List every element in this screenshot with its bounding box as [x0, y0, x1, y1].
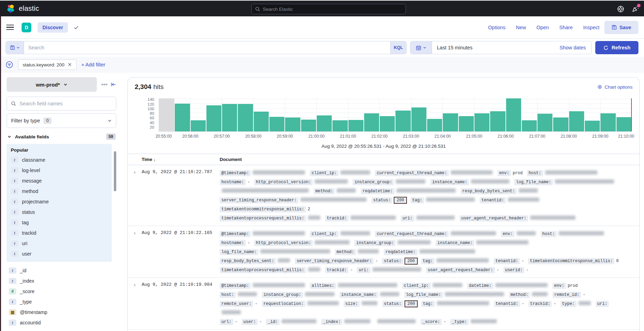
field-item-_index[interactable]: t_index: [7, 276, 116, 286]
field-value: -: [255, 301, 257, 306]
filter-menu-icon[interactable]: [6, 61, 13, 68]
histogram-bar[interactable]: [269, 98, 285, 131]
index-pattern-switcher[interactable]: wm-prod*: [7, 77, 97, 92]
newsfeed-icon[interactable]: [631, 5, 639, 13]
available-fields-header[interactable]: Available fields 59: [7, 134, 116, 140]
inspect-link[interactable]: Inspect: [583, 25, 599, 30]
histogram-bar[interactable]: [427, 98, 442, 131]
filter-by-type-button[interactable]: Filter by type 0: [7, 113, 116, 128]
breadcrumb-discover[interactable]: Discover: [38, 22, 68, 33]
field-item-uri[interactable]: turi: [9, 238, 112, 249]
open-link[interactable]: Open: [536, 25, 549, 30]
field-name: user: [22, 251, 31, 257]
fields-sidebar: wm-prod* Search field names Filter by ty…: [7, 77, 116, 331]
histogram-bar[interactable]: [521, 98, 537, 131]
field-item-trackid[interactable]: ttrackid: [9, 228, 112, 238]
histogram-bar[interactable]: [301, 98, 316, 131]
menu-icon[interactable]: [6, 25, 14, 30]
date-picker-button[interactable]: [410, 41, 432, 54]
histogram-bar[interactable]: [616, 98, 632, 131]
histogram-bar[interactable]: [490, 98, 505, 131]
field-item-_type[interactable]: t_type: [7, 297, 116, 307]
space-avatar[interactable]: D: [22, 23, 31, 32]
sidebar-scrollbar[interactable]: [114, 151, 116, 191]
histogram-bar[interactable]: [411, 98, 427, 131]
histogram-bar[interactable]: [379, 98, 395, 131]
field-item-accountid[interactable]: taccountid: [7, 317, 116, 328]
histogram-bar[interactable]: [553, 98, 568, 131]
query-language-button[interactable]: KQL: [390, 41, 406, 54]
save-button[interactable]: Save: [604, 21, 638, 34]
field-label-pill: remote_user:: [220, 301, 253, 307]
options-link[interactable]: Options: [488, 25, 505, 30]
histogram-bar[interactable]: [237, 98, 253, 131]
field-item-method[interactable]: tmethod: [9, 186, 112, 196]
histogram-bar[interactable]: [364, 98, 379, 131]
window-edge: [0, 16, 1, 331]
redacted-value: [532, 292, 548, 296]
show-dates-button[interactable]: Show dates: [554, 41, 591, 54]
histogram-bar[interactable]: [348, 98, 364, 131]
histogram-bar[interactable]: [174, 98, 190, 131]
histogram-bar[interactable]: [506, 98, 521, 131]
field-item-_score[interactable]: #_score: [7, 286, 116, 297]
field-item-@timestamp[interactable]: ▦@timestamp: [7, 307, 116, 317]
histogram-bar[interactable]: [332, 98, 348, 131]
query-input[interactable]: Search: [24, 41, 390, 54]
histogram-bar[interactable]: [206, 98, 222, 131]
histogram-bar[interactable]: [395, 98, 411, 131]
table-row: ›Aug 9, 2022 @ 21:10:19.984@timestamp:al…: [128, 278, 639, 330]
field-item-log-level[interactable]: tlog-level: [9, 165, 112, 176]
redacted-value: [315, 240, 350, 244]
redacted-value: [419, 249, 475, 253]
histogram-bar[interactable]: [253, 98, 269, 131]
histogram-bar[interactable]: [600, 98, 616, 131]
new-link[interactable]: New: [516, 25, 526, 30]
redacted-value: [253, 231, 305, 235]
histogram-bar[interactable]: [458, 98, 474, 131]
collapse-sidebar-icon[interactable]: [111, 82, 116, 87]
field-item-message[interactable]: tmessage: [9, 176, 112, 186]
field-item-projectname[interactable]: tprojectname: [9, 196, 112, 207]
histogram-bar[interactable]: [537, 98, 553, 131]
saved-query-menu-button[interactable]: [6, 41, 24, 54]
refresh-button[interactable]: Refresh: [595, 41, 638, 54]
histogram-bar[interactable]: [569, 98, 584, 131]
field-item-status[interactable]: tstatus: [9, 207, 112, 217]
remove-filter-icon[interactable]: ✕: [68, 62, 72, 68]
histogram-bar[interactable]: [222, 98, 237, 131]
expand-row-icon[interactable]: ›: [128, 169, 142, 223]
histogram-bar[interactable]: [442, 98, 458, 131]
expand-row-icon[interactable]: ›: [128, 229, 142, 275]
help-icon[interactable]: [617, 5, 625, 13]
chart-options-button[interactable]: Chart options: [597, 84, 633, 90]
global-search-input[interactable]: Search Elastic: [251, 4, 406, 14]
add-filter-button[interactable]: + Add filter: [81, 62, 105, 67]
time-range-value[interactable]: Last 15 minutes: [432, 41, 554, 54]
share-link[interactable]: Share: [559, 25, 573, 30]
elastic-logo[interactable]: elastic: [6, 4, 39, 13]
field-label-pill: timetakentoprocessrequest_millis:: [220, 215, 306, 221]
sort-descending-icon[interactable]: ↓: [154, 157, 156, 162]
time-column-header[interactable]: Time ↓: [142, 157, 220, 162]
histogram-bar[interactable]: [285, 98, 300, 131]
field-label-pill: status:: [382, 258, 403, 264]
field-stats-icon[interactable]: [102, 84, 107, 85]
histogram-bar[interactable]: [474, 98, 490, 131]
field-label-pill: @timestamp:: [220, 283, 251, 289]
field-search-input[interactable]: Search field names: [7, 97, 116, 111]
histogram-chart[interactable]: 20406080100120140: [128, 98, 632, 132]
field-item-tag[interactable]: ttag: [9, 217, 112, 228]
redacted-value: [451, 231, 496, 235]
field-item-_id[interactable]: t_id: [7, 265, 116, 276]
partial-bucket[interactable]: [159, 98, 174, 131]
expand-row-icon[interactable]: ›: [128, 281, 142, 326]
histogram-bar[interactable]: [316, 98, 332, 131]
field-label-pill: alltimes:: [310, 283, 336, 289]
field-item-user[interactable]: tuser: [9, 249, 112, 259]
filter-pill-status-keyword[interactable]: status.keyword: 200 ✕: [18, 59, 77, 70]
histogram-bar[interactable]: [190, 98, 206, 131]
field-item-classname[interactable]: tclassname: [9, 155, 112, 165]
histogram-bar[interactable]: [584, 98, 600, 131]
highlighted-status-value: 200: [405, 258, 418, 265]
